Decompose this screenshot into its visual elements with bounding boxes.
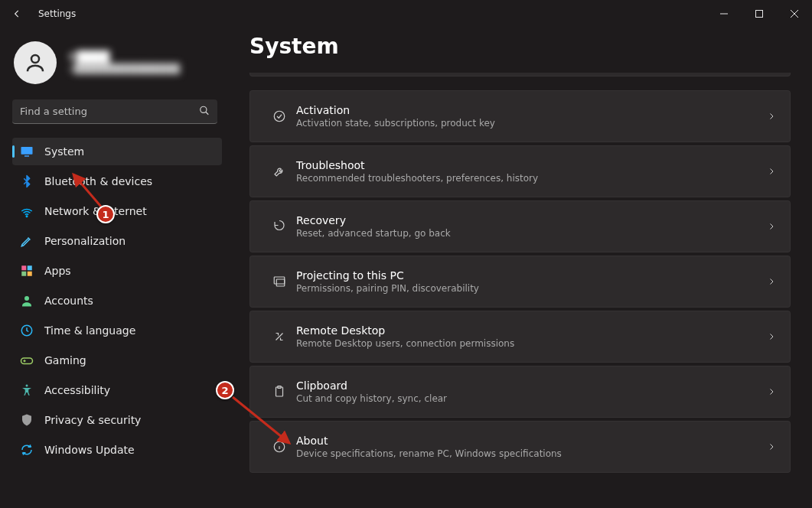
nav-item-label: Time & language: [44, 324, 135, 337]
svg-rect-16: [21, 358, 33, 364]
card-subtitle: Recommended troubleshooters, preferences…: [296, 173, 767, 184]
svg-rect-19: [274, 277, 285, 284]
nav-item-label: System: [44, 145, 84, 158]
nav-item-label: Privacy & security: [44, 414, 141, 426]
card-subtitle: Cut and copy history, sync, clear: [296, 393, 767, 404]
accounts-icon: [20, 294, 34, 308]
nav-item-accessibility[interactable]: Accessibility: [12, 376, 222, 404]
svg-rect-11: [28, 265, 32, 270]
maximize-button[interactable]: [742, 0, 777, 28]
card-subtitle: Activation state, subscriptions, product…: [296, 118, 767, 129]
nav-item-label: Bluetooth & devices: [44, 175, 152, 187]
search-icon: [199, 105, 210, 119]
card-title: About: [296, 435, 767, 447]
close-button[interactable]: [777, 0, 812, 28]
card-remote[interactable]: Remote DesktopRemote Desktop users, conn…: [249, 311, 791, 363]
time-icon: [20, 324, 34, 337]
nav-item-bluetooth[interactable]: Bluetooth & devices: [12, 168, 222, 195]
chevron-right-icon: [767, 109, 776, 124]
annotation-badge-2: 2: [216, 381, 234, 399]
remote-icon: [264, 330, 295, 344]
card-title: Troubleshoot: [296, 159, 767, 171]
svg-rect-7: [21, 147, 33, 155]
svg-rect-20: [276, 279, 285, 286]
chevron-right-icon: [767, 275, 776, 289]
svg-point-5: [201, 106, 207, 112]
chevron-right-icon: [767, 385, 776, 399]
projecting-icon: [264, 275, 295, 288]
previous-card-sliver[interactable]: [249, 73, 791, 77]
nav-item-personalization[interactable]: Personalization: [12, 227, 222, 255]
card-activation[interactable]: ActivationActivation state, subscription…: [249, 90, 791, 142]
page-title: System: [249, 34, 791, 59]
nav-item-label: Network & internet: [44, 205, 147, 217]
svg-rect-12: [21, 272, 26, 276]
nav-item-accounts[interactable]: Accounts: [12, 287, 222, 314]
nav-item-label: Accounts: [44, 295, 93, 307]
svg-line-6: [206, 112, 209, 115]
troubleshoot-icon: [264, 164, 295, 178]
card-about[interactable]: AboutDevice specifications, rename PC, W…: [249, 421, 791, 473]
user-block[interactable]: C████ c███████████████: [8, 37, 222, 95]
card-text: ActivationActivation state, subscription…: [295, 104, 767, 129]
close-icon: [791, 10, 798, 18]
search-input[interactable]: [12, 99, 217, 124]
user-email: c███████████████: [69, 64, 180, 75]
chevron-right-icon: [767, 164, 776, 179]
activation-icon: [264, 109, 295, 123]
app-title: Settings: [38, 8, 76, 19]
card-text: Remote DesktopRemote Desktop users, conn…: [295, 324, 767, 349]
content: System ActivationActivation state, subsc…: [230, 28, 812, 508]
recovery-icon: [264, 220, 295, 233]
nav-item-label: Apps: [44, 265, 71, 277]
system-icon: [20, 145, 34, 158]
minimize-icon: [720, 10, 728, 18]
nav-item-label: Personalization: [44, 235, 126, 247]
nav-list: SystemBluetooth & devicesNetwork & inter…: [12, 138, 222, 464]
personalization-icon: [20, 234, 34, 248]
update-icon: [20, 443, 34, 457]
nav-item-apps[interactable]: Apps: [12, 257, 222, 285]
avatar-icon: [24, 51, 47, 74]
back-button[interactable]: [0, 0, 34, 28]
cards-list: ActivationActivation state, subscription…: [249, 73, 791, 473]
svg-point-18: [274, 111, 285, 122]
card-text: TroubleshootRecommended troubleshooters,…: [295, 159, 767, 184]
nav-item-label: Windows Update: [44, 444, 135, 456]
nav-item-privacy[interactable]: Privacy & security: [12, 406, 222, 434]
gaming-icon: [20, 353, 34, 367]
nav-item-time[interactable]: Time & language: [12, 317, 222, 344]
settings-window: Settings C████ c██████████████: [0, 0, 812, 508]
sidebar: C████ c███████████████ SystemBluetooth &…: [0, 28, 230, 508]
card-text: AboutDevice specifications, rename PC, W…: [295, 435, 767, 459]
card-clipboard[interactable]: ClipboardCut and copy history, sync, cle…: [249, 366, 791, 418]
bluetooth-icon: [20, 174, 34, 188]
card-title: Projecting to this PC: [296, 269, 767, 282]
card-recovery[interactable]: RecoveryReset, advanced startup, go back: [249, 200, 791, 252]
minimize-button[interactable]: [706, 0, 742, 28]
nav-item-label: Accessibility: [44, 384, 110, 396]
card-troubleshoot[interactable]: TroubleshootRecommended troubleshooters,…: [249, 145, 791, 197]
user-name: C████: [69, 50, 180, 64]
card-text: ClipboardCut and copy history, sync, cle…: [295, 379, 767, 404]
svg-point-4: [31, 55, 39, 63]
clipboard-icon: [264, 385, 295, 399]
nav-item-network[interactable]: Network & internet: [12, 197, 222, 225]
chevron-right-icon: [767, 330, 776, 344]
apps-icon: [20, 264, 34, 278]
card-text: RecoveryReset, advanced startup, go back: [295, 214, 767, 239]
card-subtitle: Permissions, pairing PIN, discoverabilit…: [296, 283, 767, 294]
card-subtitle: Reset, advanced startup, go back: [296, 228, 767, 239]
svg-rect-13: [28, 272, 32, 276]
card-subtitle: Device specifications, rename PC, Window…: [296, 448, 767, 459]
privacy-icon: [20, 413, 34, 427]
nav-item-system[interactable]: System: [12, 138, 222, 165]
nav-item-gaming[interactable]: Gaming: [12, 347, 222, 374]
accessibility-icon: [20, 383, 34, 397]
svg-rect-8: [24, 155, 29, 157]
chevron-right-icon: [767, 440, 776, 454]
about-icon: [264, 440, 295, 454]
svg-point-9: [26, 216, 28, 217]
nav-item-update[interactable]: Windows Update: [12, 436, 222, 464]
card-projecting[interactable]: Projecting to this PCPermissions, pairin…: [249, 256, 791, 308]
